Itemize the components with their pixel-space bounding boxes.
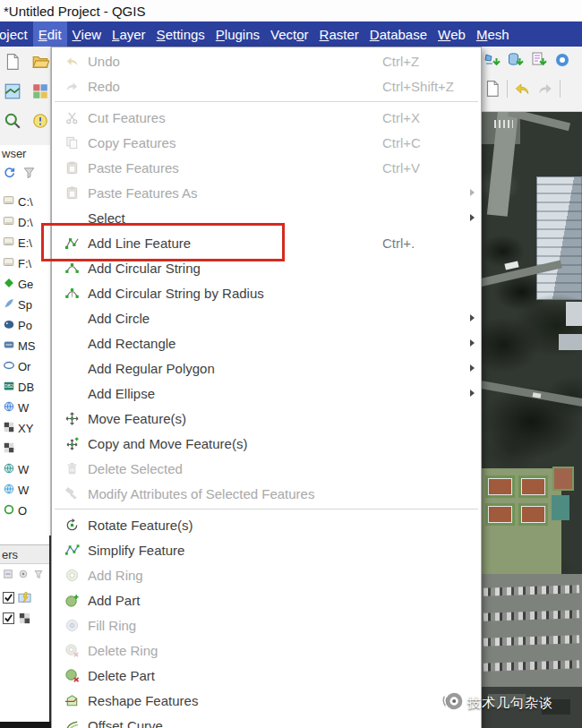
add-text-layer-icon[interactable] bbox=[528, 49, 550, 71]
add-vector-layer-icon[interactable] bbox=[482, 49, 503, 71]
manage-map-themes-icon[interactable] bbox=[17, 568, 30, 580]
menubar-item-mesh[interactable]: Mesh bbox=[471, 21, 515, 47]
filter-icon[interactable] bbox=[21, 165, 37, 180]
browser-item-e[interactable]: E:\ bbox=[0, 233, 51, 253]
style-manager-icon[interactable] bbox=[30, 81, 51, 102]
wcs-icon bbox=[3, 462, 15, 477]
menu-item-add-rectangle[interactable]: Add Rectangle bbox=[52, 330, 481, 355]
browser-item-w[interactable]: W bbox=[0, 398, 51, 418]
fill-ring-icon bbox=[60, 617, 83, 633]
menu-item-offset-curve[interactable]: Offset Curve bbox=[52, 713, 481, 728]
menu-item-reshape-features[interactable]: Reshape Features bbox=[52, 688, 481, 713]
no-icon bbox=[60, 210, 83, 226]
map-building-windows bbox=[536, 176, 582, 300]
browser-item-ms[interactable]: MS bbox=[0, 336, 51, 356]
browser-item-item[interactable] bbox=[0, 439, 51, 459]
menu-item-label: Add Ring bbox=[88, 568, 382, 583]
menu-item-add-part[interactable]: Add Part bbox=[52, 587, 481, 612]
menu-item-add-ellipse[interactable]: Add Ellipse bbox=[52, 381, 481, 406]
menu-item-simplify-feature[interactable]: Simplify Feature bbox=[52, 537, 481, 562]
menu-item-shortcut: Ctrl+C bbox=[382, 135, 465, 150]
layer-row-2[interactable] bbox=[0, 608, 51, 629]
browser-item-or[interactable]: Or bbox=[0, 356, 51, 377]
menu-separator bbox=[55, 101, 478, 102]
browser-item-d[interactable]: D:\ bbox=[0, 212, 51, 233]
map-building-small-2 bbox=[559, 334, 582, 350]
browser-item-ge[interactable]: Ge bbox=[0, 274, 51, 295]
identify-icon[interactable] bbox=[30, 110, 51, 132]
menubar-item-vector[interactable]: Vector bbox=[265, 21, 314, 47]
new-project-icon[interactable] bbox=[2, 51, 23, 73]
browser-item-label: W bbox=[18, 484, 29, 497]
add-database-layer-icon[interactable] bbox=[505, 49, 526, 71]
menu-item-add-circular-string-by-radius[interactable]: Add Circular String by Radius bbox=[52, 280, 481, 305]
layer-row-1[interactable] bbox=[0, 587, 51, 608]
map-court-3 bbox=[485, 503, 515, 526]
refresh-icon[interactable] bbox=[2, 165, 17, 180]
checker-icon bbox=[3, 441, 15, 457]
menu-item-add-line-feature[interactable]: Add Line FeatureCtrl+. bbox=[52, 230, 481, 255]
redo-toolbar-icon[interactable] bbox=[535, 78, 556, 99]
browser-item-xy[interactable]: XY bbox=[0, 418, 51, 439]
menu-item-move-feature-s[interactable]: Move Feature(s) bbox=[52, 406, 481, 431]
new-map-icon[interactable] bbox=[2, 81, 23, 102]
menu-item-add-ring: Add Ring bbox=[52, 562, 481, 587]
submenu-arrow-icon bbox=[465, 189, 479, 196]
menubar-item-edit[interactable]: Edit bbox=[33, 21, 67, 47]
open-project-icon[interactable] bbox=[30, 51, 51, 73]
browser-item-w[interactable]: W bbox=[0, 459, 51, 480]
menu-item-label: Add Circular String by Radius bbox=[88, 286, 382, 301]
browser-item-label: O bbox=[18, 504, 27, 518]
browser-item-label: MS bbox=[18, 339, 36, 353]
menubar-item-web[interactable]: Web bbox=[432, 21, 471, 47]
menu-item-copy-and-move-feature-s[interactable]: Copy and Move Feature(s) bbox=[52, 431, 481, 456]
panel-bottom-edge bbox=[0, 722, 51, 728]
left-dock-panel: wser C:\D:\E:\F:\GeSpPoMSOrDB2DBWXYWWO e… bbox=[0, 47, 51, 728]
menu-item-label: Delete Ring bbox=[88, 643, 382, 658]
map-court-small bbox=[552, 467, 574, 491]
menubar-item-database[interactable]: Database bbox=[364, 21, 432, 47]
browser-item-label: Or bbox=[18, 360, 30, 373]
menu-item-rotate-feature-s[interactable]: Rotate Feature(s) bbox=[52, 512, 481, 537]
menubar-item-view[interactable]: View bbox=[67, 21, 107, 47]
browser-item-label: Ge bbox=[18, 278, 33, 291]
browser-item-c[interactable]: C:\ bbox=[0, 192, 51, 212]
menubar-item-settings[interactable]: Settings bbox=[151, 21, 210, 47]
menu-item-label: Delete Part bbox=[88, 668, 382, 683]
filter-legend-icon[interactable] bbox=[32, 568, 45, 580]
mssql-icon bbox=[3, 338, 15, 354]
menubar-item-layer[interactable]: Layer bbox=[107, 21, 151, 47]
browser-item-w[interactable]: W bbox=[0, 480, 51, 501]
zoom-icon[interactable] bbox=[2, 110, 23, 132]
new-page-icon[interactable] bbox=[482, 78, 503, 99]
open-layer-styling-icon[interactable] bbox=[2, 568, 14, 580]
main-toolbar-left bbox=[0, 47, 51, 145]
menu-item-label: Offset Curve bbox=[88, 718, 382, 728]
menu-item-delete-part[interactable]: Delete Part bbox=[52, 663, 481, 688]
oracle-icon bbox=[3, 359, 15, 374]
map-canvas[interactable] bbox=[481, 112, 582, 728]
layer-checkbox[interactable] bbox=[3, 592, 14, 604]
raster-layer-icon bbox=[18, 612, 31, 625]
menubar-item-plugins[interactable]: Plugins bbox=[210, 21, 265, 47]
add-ring-icon bbox=[60, 567, 83, 583]
drive-icon bbox=[3, 215, 15, 230]
menu-item-select[interactable]: Select bbox=[52, 205, 481, 230]
browser-item-po[interactable]: Po bbox=[0, 315, 51, 336]
drive-icon bbox=[3, 194, 15, 210]
menu-item-add-circular-string[interactable]: Add Circular String bbox=[52, 255, 481, 280]
menubar-item-oject[interactable]: oject bbox=[0, 21, 33, 47]
browser-item-sp[interactable]: Sp bbox=[0, 295, 51, 315]
layer-checkbox[interactable] bbox=[3, 612, 14, 624]
browser-item-f[interactable]: F:\ bbox=[0, 253, 51, 274]
browser-item-db[interactable]: DB2DB bbox=[0, 377, 51, 398]
map-court-1 bbox=[485, 475, 515, 498]
menu-item-add-circle[interactable]: Add Circle bbox=[52, 305, 481, 330]
processing-icon[interactable] bbox=[552, 49, 573, 71]
menubar-item-raster[interactable]: Raster bbox=[314, 21, 364, 47]
undo-toolbar-icon[interactable] bbox=[511, 78, 533, 99]
layers-list bbox=[0, 587, 51, 629]
browser-item-o[interactable]: O bbox=[0, 501, 51, 521]
menu-item-add-regular-polygon[interactable]: Add Regular Polygon bbox=[52, 355, 481, 381]
watermark-text: 技术几句杂谈 bbox=[467, 695, 553, 712]
